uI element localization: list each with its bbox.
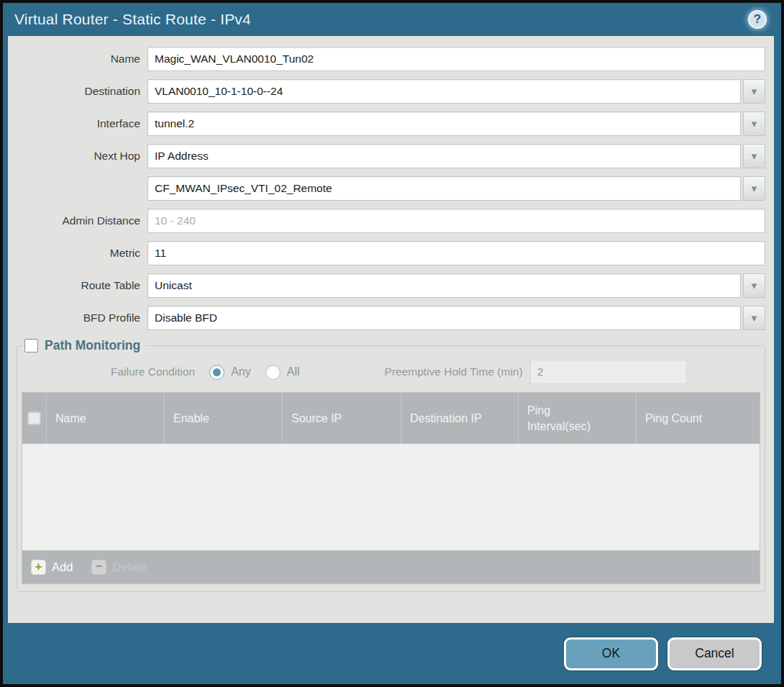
bfd-profile-label: BFD Profile — [17, 311, 147, 324]
delete-button-label: Delete — [112, 560, 147, 574]
bfd-profile-dropdown-button[interactable]: ▼ — [743, 306, 765, 330]
form-row-destination: Destination ▼ — [17, 79, 765, 104]
form-row-admin-distance: Admin Distance — [17, 209, 765, 233]
form-row-route-table: Route Table ▼ — [17, 273, 765, 298]
form-row-metric: Metric — [17, 241, 765, 265]
table-header-enable: Enable — [165, 393, 283, 444]
name-label: Name — [17, 53, 147, 65]
table-header-ping-count: Ping Count — [637, 393, 760, 444]
failure-condition-row: Failure Condition Any All Preemptive Hol… — [22, 359, 760, 385]
next-hop-type-dropdown-button[interactable]: ▼ — [743, 144, 765, 168]
path-monitoring-legend: Path Monitoring — [23, 338, 146, 353]
destination-label: Destination — [17, 85, 147, 98]
delete-button: − Delete — [91, 560, 147, 575]
chevron-down-icon: ▼ — [749, 281, 759, 291]
static-route-dialog: Virtual Router - Static Route - IPv4 ? N… — [0, 0, 784, 687]
form-row-interface: Interface ▼ — [17, 112, 765, 136]
destination-dropdown-button[interactable]: ▼ — [743, 79, 765, 104]
form-row-name: Name — [17, 47, 765, 71]
preemptive-hold-time-input — [530, 360, 687, 384]
chevron-down-icon: ▼ — [749, 313, 759, 324]
interface-dropdown-button[interactable]: ▼ — [743, 112, 765, 136]
dialog-footer: OK Cancel — [3, 623, 781, 684]
route-table-input[interactable] — [147, 273, 741, 298]
path-monitoring-checkbox[interactable] — [24, 339, 38, 352]
next-hop-address-dropdown-button[interactable]: ▼ — [743, 176, 765, 201]
table-header-select-all — [22, 393, 47, 444]
admin-distance-label: Admin Distance — [17, 214, 147, 227]
route-table-label: Route Table — [17, 279, 147, 292]
form-row-next-hop-address: ▼ — [17, 176, 765, 201]
table-header-ping-interval: Ping Interval(sec) — [519, 393, 637, 444]
minus-icon: − — [91, 560, 106, 575]
admin-distance-input[interactable] — [147, 209, 765, 233]
select-all-checkbox — [28, 412, 40, 424]
dialog-title: Virtual Router - Static Route - IPv4 — [14, 11, 251, 28]
add-button-label: Add — [52, 560, 73, 574]
table-header-name: Name — [47, 393, 165, 444]
table-header-source-ip: Source IP — [283, 393, 401, 444]
next-hop-address-input[interactable] — [147, 176, 741, 201]
preemptive-hold-time-label: Preemptive Hold Time (min) — [385, 365, 523, 378]
destination-input[interactable] — [147, 79, 741, 104]
interface-input[interactable] — [147, 112, 741, 136]
interface-label: Interface — [17, 117, 147, 130]
chevron-down-icon: ▼ — [749, 183, 759, 194]
failure-condition-any-label: Any — [231, 365, 251, 378]
metric-input[interactable] — [147, 241, 765, 265]
chevron-down-icon: ▼ — [749, 151, 759, 162]
next-hop-label: Next Hop — [17, 150, 147, 163]
chevron-down-icon: ▼ — [749, 119, 759, 129]
help-icon[interactable]: ? — [748, 10, 767, 29]
failure-condition-all-label: All — [287, 365, 300, 378]
table-body-empty — [22, 444, 760, 550]
failure-condition-any-radio — [209, 365, 224, 380]
path-monitoring-section: Path Monitoring Failure Condition Any Al… — [17, 338, 765, 592]
failure-condition-all-radio — [265, 365, 281, 380]
plus-icon: + — [31, 560, 46, 575]
dialog-titlebar: Virtual Router - Static Route - IPv4 ? — [3, 3, 781, 36]
failure-condition-label: Failure Condition — [111, 365, 195, 378]
route-table-dropdown-button[interactable]: ▼ — [743, 273, 765, 298]
form-row-next-hop: Next Hop ▼ — [17, 144, 765, 168]
path-monitoring-title: Path Monitoring — [45, 338, 140, 353]
name-input[interactable] — [147, 47, 765, 71]
table-header-destination-ip: Destination IP — [401, 393, 519, 444]
ok-button[interactable]: OK — [564, 637, 658, 670]
table-toolbar: + Add − Delete — [22, 550, 760, 583]
next-hop-type-input[interactable] — [147, 144, 741, 168]
add-button[interactable]: + Add — [31, 560, 73, 575]
dialog-content: Name Destination ▼ Interface ▼ Next Hop — [8, 36, 774, 623]
table-header-row: Name Enable Source IP Destination IP Pin… — [22, 393, 760, 444]
metric-label: Metric — [17, 247, 147, 260]
form-row-bfd-profile: BFD Profile ▼ — [17, 306, 765, 330]
cancel-button[interactable]: Cancel — [667, 637, 762, 670]
path-monitoring-table: Name Enable Source IP Destination IP Pin… — [22, 392, 760, 584]
bfd-profile-input[interactable] — [147, 306, 741, 330]
chevron-down-icon: ▼ — [749, 86, 759, 97]
